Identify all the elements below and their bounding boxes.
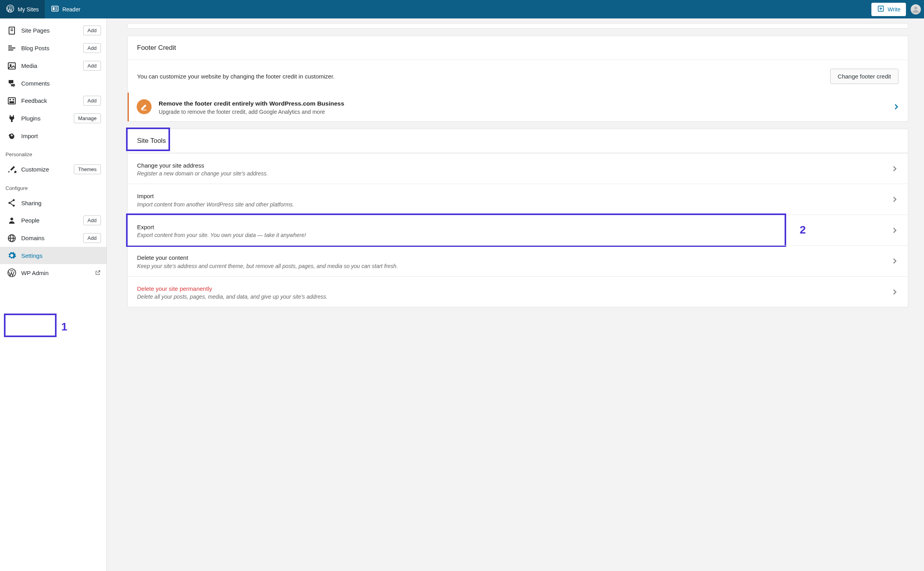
chevron-right-icon	[891, 226, 898, 234]
masterbar-reader-label: Reader	[62, 6, 81, 13]
add-button[interactable]: Add	[83, 43, 101, 53]
tool-row-import[interactable]: Import Import content from another WordP…	[128, 184, 908, 215]
add-button[interactable]: Add	[83, 96, 101, 106]
wordpress-logo-icon	[6, 4, 15, 14]
svg-point-19	[10, 99, 11, 100]
sidebar-item-wp-admin[interactable]: WP Admin	[0, 264, 106, 281]
svg-point-20	[13, 99, 14, 100]
tool-text: Delete your site permanently Delete all …	[137, 284, 883, 300]
media-icon	[7, 61, 16, 71]
upsell-badge-icon	[137, 99, 152, 114]
tool-row-change-address[interactable]: Change your site address Register a new …	[128, 153, 908, 184]
sidebar-item-customize[interactable]: Customize Themes	[0, 161, 106, 178]
footer-credit-body: You can customize your website by changi…	[128, 60, 908, 93]
add-button[interactable]: Add	[83, 233, 101, 243]
chevron-right-icon	[891, 288, 898, 296]
tool-text: Import Import content from another WordP…	[137, 191, 883, 208]
masterbar-right: Write	[871, 0, 924, 18]
page-icon	[7, 26, 16, 35]
footer-credit-card: Footer Credit You can customize your web…	[127, 36, 908, 122]
sidebar-item-label: Media	[21, 62, 79, 69]
chevron-right-icon	[891, 165, 898, 173]
change-footer-credit-button[interactable]: Change footer credit	[830, 69, 898, 84]
tool-row-export[interactable]: Export Export content from your site. Yo…	[128, 215, 908, 246]
tool-text: Change your site address Register a new …	[137, 161, 883, 177]
domains-icon	[7, 234, 16, 243]
add-button[interactable]: Add	[83, 215, 101, 225]
sidebar-item-media[interactable]: Media Add	[0, 57, 106, 75]
site-tools-card: Site Tools Change your site address Regi…	[127, 129, 908, 308]
write-label: Write	[888, 6, 900, 13]
add-button[interactable]: Add	[83, 61, 101, 71]
tool-sub: Export content from your site. You own y…	[137, 232, 883, 238]
sidebar-item-people[interactable]: People Add	[0, 212, 106, 229]
tool-row-delete-content[interactable]: Delete your content Keep your site's add…	[128, 245, 908, 276]
write-button[interactable]: Write	[871, 3, 906, 16]
tool-text: Export Export content from your site. Yo…	[137, 222, 883, 239]
sidebar-item-domains[interactable]: Domains Add	[0, 229, 106, 247]
svg-rect-13	[8, 46, 12, 47]
people-icon	[7, 216, 16, 225]
sidebar-item-label: Domains	[21, 235, 79, 241]
svg-point-27	[11, 217, 13, 220]
svg-rect-21	[10, 102, 14, 103]
site-tools-header-wrap: Site Tools	[128, 129, 908, 153]
sidebar-item-label: Blog Posts	[21, 45, 79, 51]
upsell-banner[interactable]: Remove the footer credit entirely with W…	[128, 93, 908, 121]
sidebar-item-sharing[interactable]: Sharing	[0, 194, 106, 212]
manage-button[interactable]: Manage	[74, 113, 101, 123]
feedback-icon	[7, 96, 16, 106]
masterbar-reader[interactable]: Reader	[45, 0, 86, 18]
footer-credit-header: Footer Credit	[128, 36, 908, 60]
tool-row-delete-site[interactable]: Delete your site permanently Delete all …	[128, 276, 908, 307]
comments-icon	[7, 78, 16, 88]
import-icon	[7, 131, 16, 140]
sidebar-item-label: Sharing	[21, 200, 101, 206]
tool-sub: Register a new domain or change your sit…	[137, 170, 883, 177]
sidebar-item-site-pages[interactable]: Site Pages Add	[0, 22, 106, 39]
sidebar-item-label: Import	[21, 133, 101, 139]
sidebar-item-settings[interactable]: Settings	[0, 247, 106, 264]
svg-point-17	[10, 64, 11, 66]
tool-sub: Import content from another WordPress si…	[137, 201, 883, 208]
annotation-box-1	[4, 314, 57, 337]
chevron-right-icon	[891, 195, 898, 203]
sidebar-item-blog-posts[interactable]: Blog Posts Add	[0, 39, 106, 57]
posts-icon	[7, 44, 16, 53]
svg-rect-15	[8, 49, 13, 51]
card-top-sliver	[127, 23, 908, 29]
svg-line-25	[10, 201, 13, 202]
sidebar: Site Pages Add Blog Posts Add Media Add …	[0, 18, 107, 571]
tool-title: Delete your content	[137, 253, 883, 263]
svg-rect-14	[8, 47, 15, 49]
chevron-right-icon	[892, 103, 900, 111]
upsell-text: Remove the footer credit entirely with W…	[159, 99, 885, 115]
user-avatar[interactable]	[911, 4, 921, 15]
add-button[interactable]: Add	[83, 26, 101, 35]
sharing-icon	[7, 198, 16, 208]
tool-title: Change your site address	[137, 161, 883, 171]
gear-icon	[7, 251, 16, 260]
upsell-sub: Upgrade to remove the footer credit, add…	[159, 109, 885, 115]
sidebar-item-plugins[interactable]: Plugins Manage	[0, 109, 106, 127]
sidebar-item-feedback[interactable]: Feedback Add	[0, 92, 106, 109]
site-tools-header: Site Tools	[137, 137, 166, 144]
plugin-icon	[7, 114, 16, 123]
svg-rect-2	[53, 7, 55, 10]
tool-title: Export	[137, 222, 883, 232]
footer-credit-text: You can customize your website by changi…	[137, 73, 822, 80]
sidebar-item-label: Site Pages	[21, 27, 79, 34]
sidebar-heading-configure: Configure	[0, 178, 106, 194]
sidebar-item-import[interactable]: Import	[0, 127, 106, 144]
themes-button[interactable]: Themes	[74, 164, 101, 174]
masterbar-my-sites-label: My Sites	[18, 6, 39, 13]
sidebar-item-label: Customize	[21, 166, 69, 173]
external-link-icon	[95, 270, 101, 276]
tool-title: Import	[137, 191, 883, 201]
annotation-number-1: 1	[61, 321, 68, 333]
masterbar-my-sites[interactable]: My Sites	[0, 0, 45, 18]
sidebar-item-label: Plugins	[21, 115, 69, 122]
sidebar-item-comments[interactable]: Comments	[0, 75, 106, 92]
svg-line-26	[10, 203, 13, 205]
tool-sub: Keep your site's address and current the…	[137, 263, 883, 269]
